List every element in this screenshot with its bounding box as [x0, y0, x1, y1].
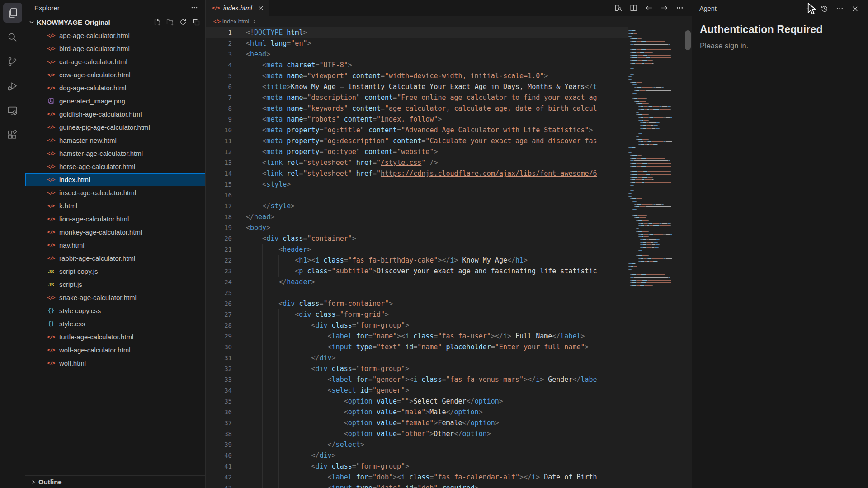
code-line-33[interactable]: 33<label for="gender"><i class="fas fa-v…	[206, 374, 628, 385]
code-line-37[interactable]: 37<option value="female">Female</option>	[206, 418, 628, 428]
file-item-hamster-age-calculator.html[interactable]: </>hamster-age-calculator.html	[25, 147, 205, 160]
file-item-turtle-age-calculator.html[interactable]: </>turtle-age-calculator.html	[25, 330, 205, 343]
file-item-ape-age-calculator.html[interactable]: </>ape-age-calculator.html	[25, 29, 205, 42]
code-line-24[interactable]: 24</header>	[206, 277, 628, 287]
code-line-23[interactable]: 23<p class="subtitle">Discover your exac…	[206, 266, 628, 277]
more-actions-icon[interactable]	[676, 4, 684, 12]
activity-run-debug-icon[interactable]	[3, 76, 22, 96]
code-line-18[interactable]: 18</head>	[206, 211, 628, 222]
explorer-more-icon[interactable]	[191, 4, 198, 11]
code-line-30[interactable]: 30<input type="text" id="name" placehold…	[206, 342, 628, 352]
code-line-16[interactable]: 16	[206, 190, 628, 201]
folder-row-knowmyage[interactable]: KNOWMYAGE-Original	[25, 15, 205, 29]
file-item-style-copy.css[interactable]: {}style copy.css	[25, 304, 205, 317]
refresh-icon[interactable]	[179, 19, 187, 26]
code-line-39[interactable]: 39</select>	[206, 439, 628, 450]
file-item-script-copy.js[interactable]: JSscript copy.js	[25, 265, 205, 278]
file-item-wolf.html[interactable]: </>wolf.html	[25, 357, 205, 370]
activity-extensions-icon[interactable]	[3, 125, 22, 145]
code-line-31[interactable]: 31</div>	[206, 352, 628, 363]
code-line-26[interactable]: 26<div class="form-container">	[206, 298, 628, 309]
minimap[interactable]	[628, 27, 684, 488]
code-line-32[interactable]: 32<div class="form-group">	[206, 363, 628, 374]
file-item-horse-age-calculator.html[interactable]: </>horse-age-calculator.html	[25, 160, 205, 173]
code-line-10[interactable]: 10<meta property="og:title" content="Adv…	[206, 125, 628, 136]
file-item-rabbit-age-calculator.html[interactable]: </>rabbit-age-calculator.html	[25, 252, 205, 265]
code-line-11[interactable]: 11<meta property="og:description" conten…	[206, 136, 628, 146]
code-line-29[interactable]: 29<label for="name"><i class="fas fa-use…	[206, 331, 628, 342]
new-file-icon[interactable]	[153, 19, 160, 26]
code-line-17[interactable]: 17</style>	[206, 201, 628, 211]
code-line-15[interactable]: 15<style>	[206, 179, 628, 190]
file-item-cow-age-calculator.html[interactable]: </>cow-age-calculator.html	[25, 68, 205, 81]
breadcrumb-file[interactable]: index.html	[222, 18, 249, 25]
file-item-wolf-age-calculator.html[interactable]: </>wolf-age-calculator.html	[25, 343, 205, 357]
code-line-28[interactable]: 28<div class="form-group">	[206, 320, 628, 331]
activity-files-icon[interactable]	[3, 3, 22, 23]
file-item-cat-age-calculator.html[interactable]: </>cat-age-calculator.html	[25, 55, 205, 68]
code-line-21[interactable]: 21<header>	[206, 244, 628, 255]
new-chat-icon[interactable]	[805, 5, 813, 13]
code-line-13[interactable]: 13<link rel="stylesheet" href="/style.cs…	[206, 157, 628, 168]
new-folder-icon[interactable]	[166, 19, 174, 26]
go-back-icon[interactable]	[645, 4, 653, 12]
code-line-40[interactable]: 40</div>	[206, 450, 628, 461]
file-item-guinea-pig-age-calculator.html[interactable]: </>guinea-pig-age-calculator.html	[25, 121, 205, 134]
code-line-42[interactable]: 42<label for="dob"><i class="fas fa-cale…	[206, 472, 628, 483]
activity-search-icon[interactable]	[3, 27, 22, 47]
tab-close-icon[interactable]	[258, 5, 264, 11]
close-icon[interactable]	[851, 5, 859, 13]
line-content: <label for="name"><i class="fas fa-user"…	[244, 331, 628, 342]
file-item-snake-age-calculator.html[interactable]: </>snake-age-calculator.html	[25, 291, 205, 304]
code-line-19[interactable]: 19<body>	[206, 222, 628, 233]
file-item-script.js[interactable]: JSscript.js	[25, 278, 205, 291]
code-line-6[interactable]: 6<title>Know My Age – Instantly Calculat…	[206, 81, 628, 92]
activity-remote-explorer-icon[interactable]	[3, 100, 22, 120]
code-line-14[interactable]: 14<link rel="stylesheet" href="https://c…	[206, 168, 628, 179]
code-line-38[interactable]: 38<option value="other">Other</option>	[206, 428, 628, 439]
code-line-20[interactable]: 20<div class="container">	[206, 233, 628, 244]
code-line-22[interactable]: 22<h1><i class="fas fa-birthday-cake"></…	[206, 255, 628, 266]
tab-index-html[interactable]: </> index.html	[206, 0, 269, 16]
code-line-34[interactable]: 34<select id="gender">	[206, 385, 628, 396]
file-item-goldfish-age-calculator.html[interactable]: </>goldfish-age-calculator.html	[25, 108, 205, 121]
code-line-25[interactable]: 25	[206, 287, 628, 298]
file-item-dog-age-calulator.html[interactable]: </>dog-age-calulator.html	[25, 81, 205, 94]
open-preview-icon[interactable]	[614, 4, 622, 12]
file-item-k.html[interactable]: </>k.html	[25, 199, 205, 212]
code-line-8[interactable]: 8<meta name="keywords" content="age calc…	[206, 103, 628, 114]
code-line-5[interactable]: 5<meta name="viewport" content="width=de…	[206, 70, 628, 81]
code-editor[interactable]: 1<!DOCTYPE html>2<html lang="en">3<head>…	[206, 27, 628, 488]
scrollbar-thumb[interactable]	[685, 30, 691, 50]
code-line-7[interactable]: 7<meta name="description" content="Free …	[206, 92, 628, 103]
code-line-4[interactable]: 4<meta charset="UTF-8">	[206, 60, 628, 70]
code-line-2[interactable]: 2<html lang="en">	[206, 38, 628, 49]
outline-section[interactable]: Outline	[25, 475, 205, 488]
file-item-style.css[interactable]: {}style.css	[25, 317, 205, 330]
file-item-bird-age-calculator.html[interactable]: </>bird-age-calculator.html	[25, 42, 205, 55]
file-item-insect-age-calculator.html[interactable]: </>insect-age-calculator.html	[25, 186, 205, 199]
file-item-index.html[interactable]: </>index.html	[25, 173, 205, 186]
breadcrumb-more[interactable]: …	[259, 18, 265, 25]
go-forward-icon[interactable]	[660, 4, 668, 12]
code-line-12[interactable]: 12<meta property="og:type" content="webs…	[206, 146, 628, 157]
code-line-9[interactable]: 9<meta name="robots" content="index, fol…	[206, 114, 628, 125]
file-item-generated-image.png[interactable]: generated_image.png	[25, 94, 205, 108]
file-item-monkey-age-calculator.html[interactable]: </>monkey-age-calculator.html	[25, 225, 205, 239]
code-line-43[interactable]: 43<input type="date" id="dob" required>	[206, 483, 628, 488]
code-line-27[interactable]: 27<div class="form-grid">	[206, 309, 628, 320]
code-line-35[interactable]: 35<option value="">Select Gender</option…	[206, 396, 628, 407]
file-item-nav.html[interactable]: </>nav.html	[25, 239, 205, 252]
code-line-3[interactable]: 3<head>	[206, 49, 628, 60]
line-content: </div>	[244, 352, 628, 363]
activity-source-control-icon[interactable]	[3, 52, 22, 71]
code-line-1[interactable]: 1<!DOCTYPE html>	[206, 27, 628, 38]
code-line-36[interactable]: 36<option value="male">Male</option>	[206, 407, 628, 418]
history-icon[interactable]	[821, 5, 828, 13]
split-editor-icon[interactable]	[630, 4, 637, 12]
code-line-41[interactable]: 41<div class="form-group">	[206, 461, 628, 472]
file-item-lion-age-calculator.html[interactable]: </>lion-age-calculator.html	[25, 212, 205, 225]
file-item-hamaster-new.html[interactable]: </>hamaster-new.html	[25, 134, 205, 147]
collapse-all-icon[interactable]	[193, 19, 200, 26]
more-actions-icon[interactable]	[836, 5, 844, 13]
